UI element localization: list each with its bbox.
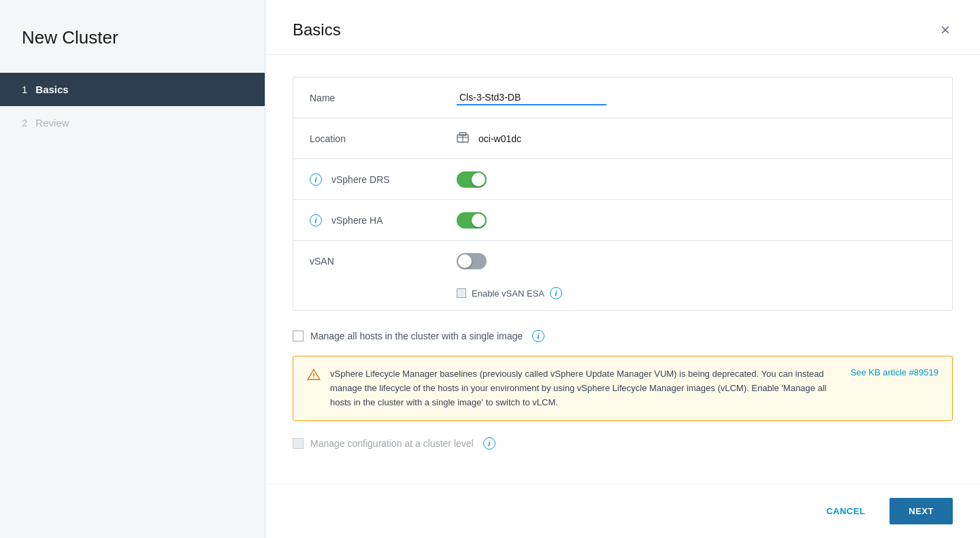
close-button[interactable]: ×	[938, 19, 953, 41]
vsphere-drs-value	[443, 161, 952, 199]
manage-hosts-checkbox[interactable]	[293, 331, 304, 341]
main-footer: CANCEL NEXT	[265, 484, 980, 538]
vsphere-ha-label: i vSphere HA	[293, 203, 443, 237]
location-label: Location	[293, 122, 443, 155]
warning-text: vSphere Lifecycle Manager baselines (pre…	[330, 367, 841, 409]
main-body: Name Location	[265, 55, 980, 484]
name-label: Name	[293, 82, 443, 114]
cancel-button[interactable]: CANCEL	[810, 499, 881, 523]
vsphere-drs-row: i vSphere DRS	[293, 159, 952, 200]
kb-article-link[interactable]: See KB article #89519	[851, 367, 938, 409]
sidebar-step-basics[interactable]: 1 Basics	[0, 73, 265, 106]
vsphere-drs-toggle[interactable]	[457, 171, 487, 188]
sidebar-step-review[interactable]: 2 Review	[0, 106, 265, 139]
vsphere-ha-value	[443, 201, 952, 239]
vsphere-ha-toggle[interactable]	[457, 212, 487, 229]
warning-icon	[307, 368, 321, 409]
next-button[interactable]: NEXT	[889, 498, 953, 524]
manage-hosts-info-icon[interactable]: i	[532, 330, 544, 342]
vsphere-drs-label: i vSphere DRS	[293, 163, 443, 197]
form-table: Name Location	[293, 77, 953, 311]
manage-config-checkbox	[293, 438, 304, 449]
main-header: Basics ×	[265, 0, 980, 55]
manage-hosts-label: Manage all hosts in the cluster with a s…	[310, 331, 523, 341]
sidebar: New Cluster 1 Basics 2 Review	[0, 0, 265, 538]
vsan-label: vSAN	[293, 245, 443, 278]
main-panel: Basics × Name Location	[265, 0, 980, 538]
vsan-main: vSAN	[293, 241, 952, 282]
manage-config-label: Manage configuration at a cluster level	[310, 438, 474, 449]
sidebar-title: New Cluster	[0, 27, 265, 73]
vsphere-drs-info-icon[interactable]: i	[310, 173, 322, 186]
vsan-esa-info-icon[interactable]: i	[550, 287, 562, 299]
step-label-review: Review	[35, 117, 69, 129]
location-value: oci-w01dc	[443, 121, 952, 156]
location-text: oci-w01dc	[478, 133, 521, 144]
datacenter-icon	[457, 132, 469, 146]
step-number-2: 2	[22, 117, 27, 129]
location-row: Location oci-w01dc	[293, 118, 952, 159]
name-value	[443, 80, 952, 116]
vsan-row: vSAN Enable vSAN ESA i	[293, 241, 952, 310]
warning-box: vSphere Lifecycle Manager baselines (pre…	[293, 356, 953, 421]
step-label-basics: Basics	[35, 84, 68, 95]
sidebar-steps: 1 Basics 2 Review	[0, 73, 265, 139]
name-row: Name	[293, 78, 952, 118]
step-number-1: 1	[22, 84, 27, 95]
vsan-value	[443, 242, 952, 280]
enable-vsan-esa-checkbox[interactable]	[457, 288, 466, 298]
svg-point-5	[313, 377, 314, 379]
vsphere-ha-row: i vSphere HA	[293, 200, 952, 241]
name-input[interactable]	[457, 90, 606, 105]
manage-config-info-icon[interactable]: i	[483, 437, 495, 450]
vsan-toggle[interactable]	[457, 253, 487, 269]
vsphere-ha-info-icon[interactable]: i	[310, 214, 322, 226]
vsan-sub: Enable vSAN ESA i	[293, 282, 581, 310]
enable-vsan-esa-label: Enable vSAN ESA	[472, 288, 544, 299]
manage-config-row: Manage configuration at a cluster level …	[293, 437, 953, 450]
page-title: Basics	[293, 20, 341, 39]
manage-hosts-row: Manage all hosts in the cluster with a s…	[293, 330, 953, 342]
